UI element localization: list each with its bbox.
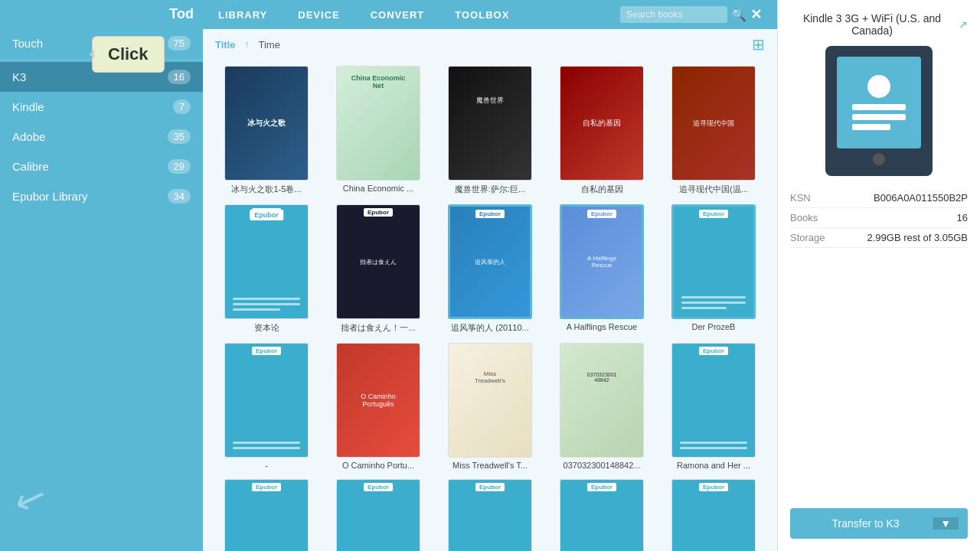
book-item[interactable]: 037032300148842 037032300148842... xyxy=(550,343,653,470)
book-item[interactable]: Epubor Ramona and Her ... xyxy=(662,343,765,470)
transfer-button[interactable]: Transfer to K3 ▼ xyxy=(790,508,968,539)
sort-title[interactable]: Title xyxy=(215,39,236,51)
kindle-device xyxy=(825,46,933,176)
kindle-line xyxy=(852,124,890,130)
book-item[interactable]: Epubor Ramona the Pest xyxy=(327,479,430,551)
book-item[interactable]: Epubor Ramona Forever xyxy=(662,479,765,551)
storage-value: 2.99GB rest of 3.05GB xyxy=(867,232,968,243)
sidebar-item-epubor[interactable]: Epubor Library 34 xyxy=(0,181,203,211)
ksn-row: KSN B006A0A011550B2P xyxy=(790,188,968,208)
book-title: 拙者は食えん！一... xyxy=(341,322,415,334)
book-item[interactable]: Epubor A HalflingsRescue A Halflings Res… xyxy=(550,204,653,334)
device-image xyxy=(790,46,968,176)
sidebar-item-kindle[interactable]: Kindle 7 xyxy=(0,92,203,122)
sidebar-epubor-label: Epubor Library xyxy=(12,190,87,203)
book-item[interactable]: O CaminhoPortuguês O Caminho Portu... xyxy=(327,343,430,470)
close-button[interactable]: ✕ xyxy=(750,6,762,23)
top-nav: LIBRARY DEVICE CONVERT TOOLBOX 🔍 ✕ xyxy=(203,0,777,29)
sidebar-epubor-badge: 34 xyxy=(168,189,191,204)
device-title: Kindle 3 3G + WiFi (U.S. and Canada) ↗ xyxy=(790,12,968,37)
book-title: 资本论 xyxy=(254,322,279,334)
book-item[interactable]: 追寻现代中国 追寻现代中国(温... xyxy=(662,66,765,195)
sort-time[interactable]: Time xyxy=(259,39,280,51)
sidebar-item-touch-label: Touch xyxy=(12,37,43,50)
sort-bar: Title ↑ Time ⊞ xyxy=(203,29,777,60)
book-title: Der ProzeB xyxy=(692,322,736,331)
book-item[interactable]: Epubor Ramona's World xyxy=(550,479,653,551)
sidebar-adobe-badge: 35 xyxy=(168,129,191,144)
book-item[interactable]: 冰与火之歌 冰与火之歌1-5卷... xyxy=(215,66,318,195)
book-title: - xyxy=(265,461,268,470)
book-item[interactable]: Epubor 追风筝的人 追风筝的人 (20110... xyxy=(439,204,541,334)
sidebar-k3-badge: 16 xyxy=(168,70,191,84)
ksn-value: B006A0A011550B2P xyxy=(874,192,968,204)
book-title: Ramona and Her ... xyxy=(677,461,750,470)
kindle-screen xyxy=(837,57,921,148)
sidebar-calibre-badge: 29 xyxy=(168,159,191,174)
ksn-label: KSN xyxy=(790,192,811,204)
tooltip-click: Click xyxy=(92,36,165,73)
sidebar-adobe-label: Adobe xyxy=(12,130,45,143)
book-item[interactable]: Epubor Der ProzeB xyxy=(662,204,765,334)
books-value: 16 xyxy=(957,212,968,223)
arrow-decoration-icon: ↙ xyxy=(8,472,54,525)
transfer-button-label: Transfer to K3 xyxy=(799,517,932,530)
sidebar-kindle-badge: 7 xyxy=(173,99,191,114)
book-item[interactable]: China EconomicNet China Economic ... xyxy=(327,66,430,195)
main-content: LIBRARY DEVICE CONVERT TOOLBOX 🔍 ✕ Title… xyxy=(203,0,777,551)
book-item[interactable]: Epubor 资本论 xyxy=(215,204,318,334)
book-item[interactable]: 自私的基因 自私的基因 xyxy=(550,66,653,195)
nav-device[interactable]: DEVICE xyxy=(298,3,339,27)
book-title: 自私的基因 xyxy=(581,184,623,195)
kindle-lines xyxy=(852,104,906,130)
transfer-dropdown-arrow-icon[interactable]: ▼ xyxy=(932,517,959,530)
nav-convert[interactable]: CONVERT xyxy=(371,3,425,27)
sidebar-header: Tod xyxy=(0,0,203,28)
book-title: 魔兽世界:萨尔:巨... xyxy=(455,184,525,195)
book-title: 追寻现代中国(温... xyxy=(679,184,748,195)
book-title: 冰与火之歌1-5卷... xyxy=(231,184,301,195)
storage-row: Storage 2.99GB rest of 3.05GB xyxy=(790,228,968,248)
nav-toolbox[interactable]: TOOLBOX xyxy=(455,3,509,27)
book-item[interactable]: Epubor 拙者は食えん 拙者は食えん！一... xyxy=(327,204,430,334)
sort-arrow-icon: ↑ xyxy=(245,39,250,50)
book-title: 追风筝的人 (20110... xyxy=(451,322,528,334)
book-title: O Caminho Portu... xyxy=(342,461,414,470)
kindle-home-button xyxy=(873,153,885,165)
books-label: Books xyxy=(790,212,818,223)
book-item[interactable]: Epubor Ramona the Brave xyxy=(215,479,318,551)
sidebar-kindle-label: Kindle xyxy=(12,100,44,113)
nav-search-container: 🔍 ✕ xyxy=(620,6,762,23)
kindle-line xyxy=(852,104,906,110)
book-title: China Economic ... xyxy=(343,184,413,193)
search-input[interactable] xyxy=(620,6,727,23)
sidebar: Tod Touch 75 Click K3 16 Kindle 7 Adobe … xyxy=(0,0,203,551)
sidebar-calibre-label: Calibre xyxy=(12,160,49,173)
storage-label: Storage xyxy=(790,232,825,243)
sidebar-touch-badge: 75 xyxy=(168,36,191,51)
book-item[interactable]: Epubor - xyxy=(215,343,318,470)
external-link-icon[interactable]: ↗ xyxy=(959,18,968,31)
sidebar-item-adobe[interactable]: Adobe 35 xyxy=(0,122,203,152)
search-button[interactable]: 🔍 xyxy=(731,8,746,22)
book-item[interactable]: Epubor Beezus and Ramo... xyxy=(439,479,541,551)
book-title: A Halflings Rescue xyxy=(567,322,637,331)
kindle-circle-icon xyxy=(867,75,890,98)
books-row: Books 16 xyxy=(790,208,968,228)
device-info: KSN B006A0A011550B2P Books 16 Storage 2.… xyxy=(790,188,968,248)
nav-library[interactable]: LIBRARY xyxy=(218,3,267,27)
sidebar-k3-label: K3 xyxy=(12,70,26,83)
book-title: 037032300148842... xyxy=(564,461,641,470)
book-grid: 冰与火之歌 冰与火之歌1-5卷... China EconomicNet Chi… xyxy=(203,60,777,551)
book-item[interactable]: 魔兽世界 魔兽世界:萨尔:巨... xyxy=(439,66,541,195)
grid-view-toggle[interactable]: ⊞ xyxy=(752,35,765,54)
right-panel: Kindle 3 3G + WiFi (U.S. and Canada) ↗ K… xyxy=(777,0,980,551)
book-item[interactable]: MissTreadwell's Miss Treadwell's T... xyxy=(439,343,541,470)
book-title: Miss Treadwell's T... xyxy=(452,461,528,470)
sidebar-item-calibre[interactable]: Calibre 29 xyxy=(0,152,203,181)
kindle-line xyxy=(852,114,906,120)
